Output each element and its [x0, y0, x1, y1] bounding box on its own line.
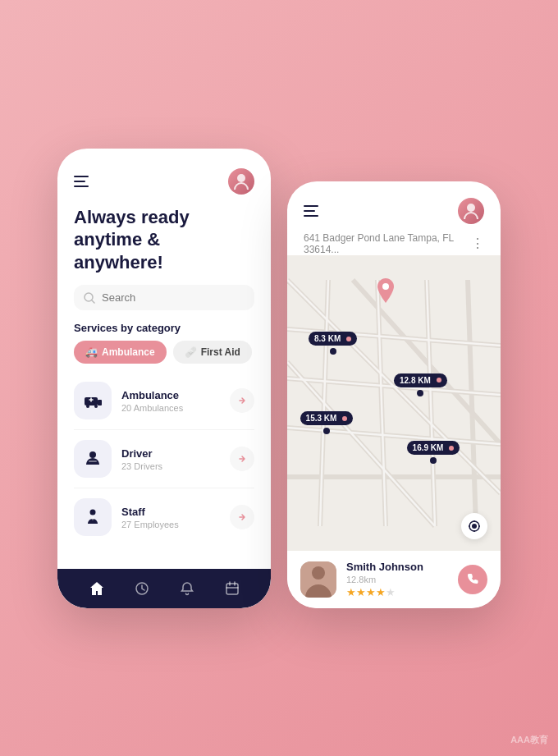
current-location-btn[interactable]	[461, 513, 487, 539]
distance-tag-4: 16.9 KM	[407, 441, 460, 464]
driver-card: Smith Johnson 12.8km ★★★★★	[287, 551, 501, 608]
category-tabs: 🚑 Ambulance 🩹 First Aid	[57, 341, 271, 364]
bottom-nav	[57, 569, 271, 608]
destination-pin	[376, 278, 396, 306]
ambulance-icon	[83, 391, 103, 410]
staff-name: Staff	[121, 506, 220, 518]
search-icon	[84, 292, 95, 304]
left-header	[57, 149, 271, 195]
svg-point-43	[312, 566, 325, 580]
menu-icon[interactable]	[74, 176, 89, 187]
service-info-ambulance: Ambulance 20 Ambulances	[121, 389, 220, 413]
nav-bell[interactable]	[179, 580, 195, 597]
firstaid-tab-label: First Aid	[201, 346, 240, 358]
service-info-staff: Staff 27 Employees	[121, 506, 220, 529]
ambulance-arrow[interactable]	[230, 388, 254, 413]
svg-point-14	[467, 204, 475, 212]
ambulance-tab-icon: 🚑	[85, 346, 98, 358]
driver-name-text: Smith Johnson	[346, 561, 448, 573]
search-input[interactable]	[102, 291, 240, 304]
ambulance-name: Ambulance	[121, 389, 220, 401]
right-user-avatar[interactable]	[458, 198, 484, 224]
hero-title: Always ready anytime & anywhere!	[57, 195, 271, 274]
staff-arrow[interactable]	[230, 505, 254, 529]
distance-label-1: 8.3 KM	[309, 332, 357, 346]
distance-tag-2: 12.8 KM	[394, 373, 447, 396]
driver-arrow[interactable]	[230, 447, 254, 471]
watermark: AAA教育	[510, 734, 548, 746]
svg-point-0	[237, 174, 245, 182]
svg-point-9	[89, 451, 96, 458]
service-item-ambulance[interactable]: Ambulance 20 Ambulances	[74, 372, 254, 430]
staff-icon-wrap	[74, 498, 112, 536]
right-phone: 641 Badger Pond Lane Tampa, FL 33614... …	[287, 181, 501, 608]
driver-rating: ★★★★★	[346, 586, 448, 598]
staff-icon	[83, 507, 103, 527]
ambulance-tab-label: Ambulance	[102, 346, 155, 358]
svg-rect-10	[89, 460, 97, 462]
svg-rect-13	[226, 584, 238, 594]
distance-label-4: 16.9 KM	[407, 441, 460, 455]
driver-distance: 12.8km	[346, 575, 448, 584]
tab-first-aid[interactable]: 🩹 First Aid	[173, 341, 252, 364]
driver-name: Driver	[121, 447, 220, 460]
distance-tag-3: 15.3 KM	[300, 411, 354, 434]
svg-rect-6	[98, 400, 102, 405]
driver-avatar	[300, 561, 336, 598]
driver-count: 23 Drivers	[121, 461, 220, 471]
staff-count: 27 Employees	[121, 520, 220, 529]
ambulance-count: 20 Ambulances	[121, 403, 220, 413]
search-bar	[74, 285, 254, 310]
driver-icon-wrap	[74, 440, 112, 478]
address-bar: 641 Badger Pond Lane Tampa, FL 33614... …	[287, 224, 501, 255]
distance-tag-1: 8.3 KM	[309, 332, 357, 355]
service-list: Ambulance 20 Ambulances	[57, 364, 271, 569]
driver-icon	[83, 449, 103, 469]
distance-label-2: 12.8 KM	[394, 373, 447, 387]
nav-history[interactable]	[134, 580, 150, 597]
right-menu-icon[interactable]	[304, 205, 318, 217]
nav-home[interactable]	[89, 580, 105, 597]
more-options-icon[interactable]: ⋮	[471, 236, 484, 251]
driver-info: Smith Johnson 12.8km ★★★★★	[346, 561, 448, 598]
nav-calendar[interactable]	[224, 580, 240, 597]
svg-point-7	[86, 405, 89, 408]
section-title: Services by category	[57, 310, 271, 341]
distance-label-3: 15.3 KM	[300, 411, 354, 425]
user-avatar[interactable]	[228, 168, 254, 195]
left-phone: Always ready anytime & anywhere! Service…	[57, 149, 271, 608]
tab-ambulance[interactable]: 🚑 Ambulance	[74, 341, 167, 364]
address-text: 641 Badger Pond Lane Tampa, FL 33614...	[304, 232, 471, 255]
service-item-staff[interactable]: Staff 27 Employees	[74, 488, 254, 546]
firstaid-tab-icon: 🩹	[185, 346, 197, 358]
call-button[interactable]	[458, 565, 487, 594]
ambulance-icon-wrap	[74, 382, 112, 419]
svg-point-11	[90, 510, 96, 515]
service-item-driver[interactable]: Driver 23 Drivers	[74, 430, 254, 488]
svg-point-35	[382, 283, 389, 290]
service-info-driver: Driver 23 Drivers	[121, 447, 220, 471]
right-header	[287, 181, 501, 224]
map-area: 8.3 KM 12.8 KM 15.3 KM	[287, 255, 501, 551]
svg-point-8	[94, 405, 98, 408]
svg-point-36	[472, 524, 477, 529]
